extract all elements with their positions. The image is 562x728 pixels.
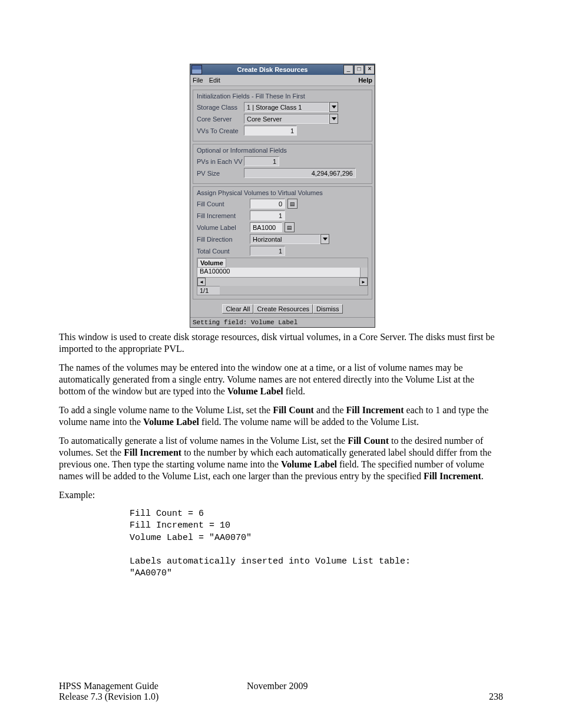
page-footer: HPSS Management Guide November 2009 Rele…	[59, 681, 503, 702]
scrollbar-vertical[interactable]	[360, 268, 368, 277]
create-resources-button[interactable]: Create Resources	[253, 304, 313, 314]
create-disk-resources-dialog: Create Disk Resources _ □ × File Edit He…	[190, 64, 375, 328]
core-server-label: Core Server	[197, 116, 244, 123]
pv-size-label: PV Size	[197, 170, 244, 177]
fill-increment-label: Fill Increment	[197, 212, 250, 219]
group-optional-fields: Optional or Informational Fields PVs in …	[193, 144, 372, 184]
chevron-down-icon[interactable]	[329, 102, 338, 112]
fill-increment-input[interactable]: 1	[250, 210, 285, 220]
menu-help[interactable]: Help	[358, 77, 372, 84]
volume-list-footer: 1/1	[197, 286, 220, 295]
window-title: Create Disk Resources	[202, 66, 343, 73]
example-code: Fill Count = 6 Fill Increment = 10 Volum…	[130, 508, 503, 580]
paragraph: This window is used to create disk stora…	[59, 331, 503, 355]
chevron-down-icon[interactable]	[320, 234, 329, 244]
status-bar: Setting field: Volume Label	[190, 317, 375, 327]
system-menu-icon[interactable]	[191, 65, 202, 74]
button-row: Clear AllCreate ResourcesDismiss	[192, 304, 373, 314]
menu-edit[interactable]: Edit	[209, 77, 220, 84]
scroll-right-icon[interactable]: ►	[359, 278, 368, 286]
scroll-left-icon[interactable]: ◄	[197, 278, 206, 286]
list-icon[interactable]: ▤	[287, 199, 297, 209]
total-count-field: 1	[250, 246, 285, 256]
vvs-to-create-input[interactable]: 1	[244, 126, 297, 136]
core-server-combo[interactable]: Core Server	[244, 114, 329, 124]
list-icon[interactable]: ▤	[285, 222, 295, 232]
menubar: File Edit Help	[190, 75, 375, 86]
pvs-in-each-vv-field: 1	[244, 156, 279, 166]
volume-label-input[interactable]: BA1000	[250, 222, 282, 232]
fill-direction-combo[interactable]: Horizontal	[250, 234, 320, 244]
volume-list-header[interactable]: Volume	[197, 258, 226, 268]
volume-list-item[interactable]: BA100000	[197, 268, 368, 277]
example-label: Example:	[59, 489, 503, 501]
minimize-button[interactable]: _	[343, 65, 353, 74]
maximize-button[interactable]: □	[354, 65, 364, 74]
titlebar[interactable]: Create Disk Resources _ □ ×	[190, 64, 375, 75]
storage-class-combo[interactable]: 1 | Storage Class 1	[244, 102, 329, 112]
vvs-to-create-label: VVs To Create	[197, 127, 244, 134]
scrollbar-horizontal[interactable]: ◄ ►	[197, 277, 368, 286]
close-button[interactable]: ×	[365, 65, 375, 74]
footer-guide: HPSS Management Guide	[59, 681, 158, 691]
group-assign-volumes: Assign Physical Volumes to Virtual Volum…	[193, 186, 372, 299]
document-body: This window is used to create disk stora…	[59, 331, 503, 580]
pv-size-field: 4,294,967,296	[244, 168, 356, 178]
fill-direction-label: Fill Direction	[197, 236, 250, 243]
paragraph: The names of the volumes may be entered …	[59, 362, 503, 397]
volume-list: Volume BA100000 ◄ ► 1/1	[197, 258, 368, 295]
pvs-in-each-vv-label: PVs in Each VV	[197, 158, 244, 165]
group-initialization-fields: Initialization Fields - Fill These In Fi…	[193, 90, 372, 141]
paragraph: To automatically generate a list of volu…	[59, 435, 503, 482]
total-count-label: Total Count	[197, 248, 250, 255]
group-title: Initialization Fields - Fill These In Fi…	[197, 93, 368, 100]
group-title: Optional or Informational Fields	[197, 147, 368, 154]
page-number: 238	[489, 691, 503, 702]
footer-date: November 2009	[247, 681, 308, 691]
storage-class-label: Storage Class	[197, 104, 244, 111]
volume-label-label: Volume Label	[197, 224, 250, 231]
paragraph: To add a single volume name to the Volum…	[59, 404, 503, 428]
chevron-down-icon[interactable]	[329, 114, 338, 124]
menu-file[interactable]: File	[193, 77, 203, 84]
footer-release: Release 7.3 (Revision 1.0)	[59, 691, 503, 702]
fill-count-input[interactable]: 0	[250, 199, 285, 209]
fill-count-label: Fill Count	[197, 200, 250, 207]
clear-all-button[interactable]: Clear All	[222, 304, 253, 314]
dismiss-button[interactable]: Dismiss	[313, 304, 343, 314]
group-title: Assign Physical Volumes to Virtual Volum…	[197, 189, 368, 196]
list-item-text: BA100000	[200, 268, 230, 275]
